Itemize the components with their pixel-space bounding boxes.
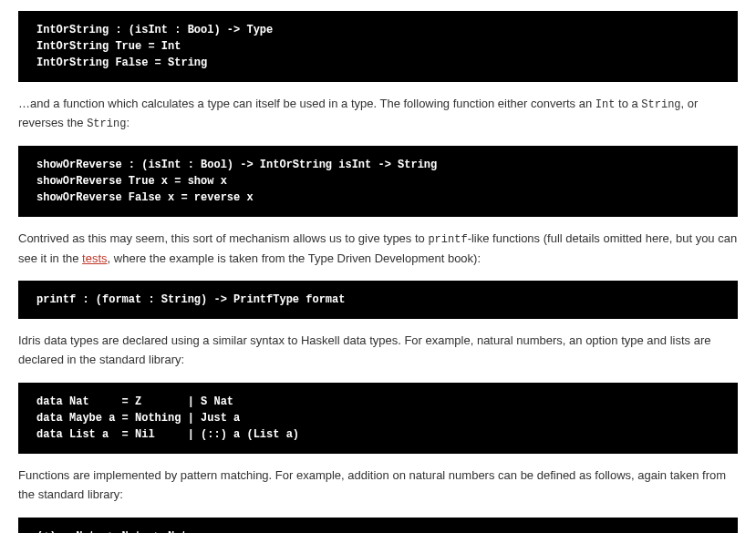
text: : [126, 116, 129, 129]
inline-code-printf: printf [428, 233, 467, 246]
inline-code-int: Int [595, 98, 616, 111]
text: …and a function which calculates a type … [18, 97, 595, 110]
code-block-printf: printf : (format : String) -> PrintfType… [18, 281, 738, 319]
code-block-intorstring: IntOrString : (isInt : Bool) -> Type Int… [18, 11, 738, 82]
tests-link[interactable]: tests [82, 251, 107, 265]
inline-code-string2: String [87, 118, 126, 130]
code-block-datatypes: data Nat = Z | S Nat data Maybe a = Noth… [18, 383, 738, 454]
paragraph-datatypes: Idris data types are declared using a si… [18, 332, 738, 370]
code-block-plus: (+) : Nat -> Nat -> Nat Z + y = y (S k) … [18, 518, 738, 533]
paragraph-printf: Contrived as this may seem, this sort of… [18, 230, 738, 268]
text: to a [615, 97, 641, 110]
inline-code-string: String [641, 98, 680, 111]
paragraph-pattern-matching: Functions are implemented by pattern mat… [18, 466, 738, 505]
paragraph-type-function: …and a function which calculates a type … [18, 95, 738, 133]
text: Contrived as this may seem, this sort of… [18, 231, 428, 245]
text: , where the example is taken from the Ty… [108, 251, 481, 265]
code-block-showorreverse: showOrReverse : (isInt : Bool) -> IntOrS… [18, 146, 738, 217]
